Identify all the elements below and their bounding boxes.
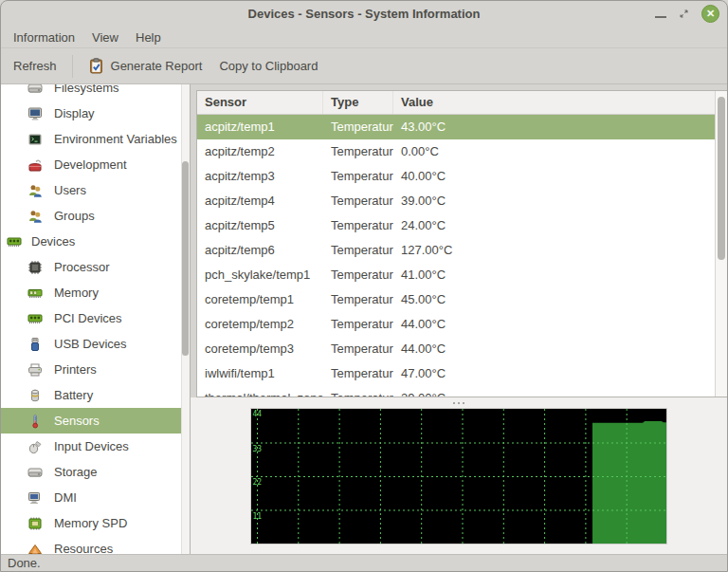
table-row-coretemp-temp1[interactable]: coretemp/temp1Temperature45.00°C: [197, 287, 715, 312]
cell-sensor: thermal/thermal_zone2: [197, 386, 323, 397]
menu-view[interactable]: View: [83, 28, 127, 47]
sidebar-item-development[interactable]: Development: [1, 152, 181, 177]
status-text: Done.: [8, 556, 41, 570]
tool-button-label: Refresh: [13, 59, 57, 73]
chip-card-icon: [27, 311, 43, 326]
sidebar-item-filesystems[interactable]: Filesystems: [1, 84, 181, 101]
titlebar: Devices - Sensors - System Information ✕: [1, 1, 727, 27]
sidebar-item-label: Storage: [54, 465, 98, 479]
statusbar: Done.: [1, 554, 727, 571]
cell-type: Temperature: [323, 312, 393, 337]
sidebar-item-memory-spd[interactable]: Memory SPD: [1, 510, 181, 536]
toolbar: RefreshGenerate ReportCopy to Clipboard: [1, 48, 727, 84]
cell-type: Temperature: [323, 238, 393, 263]
sidebar-item-dmi[interactable]: DMI: [1, 485, 181, 510]
sensor-history-chart: 44332211: [250, 408, 667, 544]
sidebar-item-processor[interactable]: Processor: [1, 254, 181, 280]
sidebar-item-label: Users: [54, 183, 86, 197]
column-header-type[interactable]: Type: [323, 91, 393, 114]
tool-button-label: Copy to Clipboard: [219, 59, 318, 73]
table-row-acpitz-temp6[interactable]: acpitz/temp6Temperature127.00°C: [197, 238, 715, 263]
sidebar-item-memory[interactable]: Memory: [1, 280, 181, 305]
sidebar-item-label: Printers: [54, 362, 97, 377]
cell-type: Temperature: [323, 164, 393, 189]
mouse-icon: [27, 439, 43, 454]
sidebar-item-label: Groups: [54, 209, 95, 223]
usb-icon: [27, 337, 43, 352]
sidebar: FilesystemsDisplayEnvironment VariablesD…: [1, 84, 191, 554]
table-row-coretemp-temp3[interactable]: coretemp/temp3Temperature44.00°C: [197, 337, 715, 361]
menubar: InformationViewHelp: [1, 27, 727, 48]
table-scrollbar-thumb[interactable]: [718, 97, 725, 260]
sensor-history-plot: 44332211: [251, 409, 666, 544]
drive-icon: [27, 465, 43, 480]
sidebar-item-devices[interactable]: Devices: [1, 229, 181, 254]
sidebar-item-input-devices[interactable]: Input Devices: [1, 434, 181, 459]
cell-value: 0.00°C: [393, 139, 715, 164]
generate-report-button[interactable]: Generate Report: [80, 52, 211, 80]
cell-value: 44.00°C: [393, 337, 715, 361]
cell-type: Temperature: [323, 386, 393, 397]
sidebar-item-storage[interactable]: Storage: [1, 459, 181, 485]
table-row-acpitz-temp1[interactable]: acpitz/temp1Temperature43.00°C: [197, 115, 715, 139]
sidebar-item-pci-devices[interactable]: PCI Devices: [1, 305, 181, 331]
chip-card-icon: [7, 234, 22, 249]
sidebar-item-users[interactable]: Users: [1, 177, 181, 203]
memory-icon: [27, 286, 43, 301]
table-row-thermal-thermal-zone2[interactable]: thermal/thermal_zone2Temperature39.00°C: [197, 386, 715, 397]
y-tick-label: 11: [253, 512, 263, 521]
table-row-pch-skylake-temp1[interactable]: pch_skylake/temp1Temperature41.00°C: [197, 263, 715, 287]
cell-value: 44.00°C: [393, 312, 715, 337]
sidebar-item-display[interactable]: Display: [1, 101, 181, 126]
column-header-sensor[interactable]: Sensor: [197, 91, 323, 114]
sidebar-item-printers[interactable]: Printers: [1, 357, 181, 382]
users-icon: [27, 183, 43, 198]
sidebar-item-label: Battery: [54, 388, 93, 402]
table-row-coretemp-temp2[interactable]: coretemp/temp2Temperature44.00°C: [197, 312, 715, 337]
table-row-acpitz-temp4[interactable]: acpitz/temp4Temperature39.00°C: [197, 189, 715, 213]
cell-sensor: acpitz/temp5: [197, 213, 323, 238]
series-area-acpitz-temp1: [592, 421, 666, 544]
cell-type: Temperature: [323, 287, 393, 312]
sidebar-item-environment-variables[interactable]: Environment Variables: [1, 126, 181, 152]
printer-icon: [27, 362, 43, 378]
users-icon: [27, 209, 43, 224]
minimize-icon[interactable]: [655, 16, 666, 18]
sidebar-item-resources[interactable]: Resources: [1, 536, 181, 554]
window-title: Devices - Sensors - System Information: [248, 7, 481, 21]
menu-information[interactable]: Information: [5, 28, 83, 47]
sidebar-item-battery[interactable]: Battery: [1, 382, 181, 408]
refresh-button[interactable]: Refresh: [5, 53, 65, 79]
restore-icon[interactable]: [679, 9, 689, 19]
sidebar-scrollbar-thumb[interactable]: [182, 161, 189, 356]
table-scrollbar-track[interactable]: [715, 91, 727, 397]
sidebar-item-usb-devices[interactable]: USB Devices: [1, 331, 181, 357]
table-row-iwlwifi-temp1[interactable]: iwlwifi/temp1Temperature47.00°C: [197, 361, 715, 386]
table-row-acpitz-temp3[interactable]: acpitz/temp3Temperature40.00°C: [197, 164, 715, 189]
cell-value: 43.00°C: [393, 115, 715, 139]
resources-icon: [27, 542, 43, 555]
content: FilesystemsDisplayEnvironment VariablesD…: [1, 84, 727, 554]
cell-sensor: pch_skylake/temp1: [197, 263, 323, 287]
sensor-table: SensorTypeValue acpitz/temp1Temperature4…: [196, 90, 727, 397]
table-row-acpitz-temp5[interactable]: acpitz/temp5Temperature24.00°C: [197, 213, 715, 238]
sidebar-item-label: PCI Devices: [54, 311, 122, 325]
sidebar-item-label: Resources: [54, 542, 113, 554]
pane-resize-handle[interactable]: [191, 397, 727, 408]
cell-sensor: acpitz/temp3: [197, 164, 323, 189]
cell-value: 39.00°C: [393, 386, 715, 397]
close-icon[interactable]: ✕: [701, 5, 719, 23]
sidebar-scrollbar-track[interactable]: [181, 84, 190, 554]
toolbox-icon: [27, 157, 43, 173]
menu-help[interactable]: Help: [127, 28, 170, 47]
column-header-value[interactable]: Value: [393, 91, 715, 114]
thermometer-icon: [27, 414, 43, 429]
cell-sensor: iwlwifi/temp1: [197, 361, 323, 386]
sidebar-item-sensors[interactable]: Sensors: [1, 408, 181, 434]
cell-type: Temperature: [323, 213, 393, 238]
sidebar-item-groups[interactable]: Groups: [1, 203, 181, 229]
battery-icon: [27, 388, 43, 403]
table-body: acpitz/temp1Temperature43.00°Cacpitz/tem…: [197, 115, 715, 397]
table-row-acpitz-temp2[interactable]: acpitz/temp2Temperature0.00°C: [197, 139, 715, 164]
copy-to-clipboard-button[interactable]: Copy to Clipboard: [210, 53, 326, 79]
